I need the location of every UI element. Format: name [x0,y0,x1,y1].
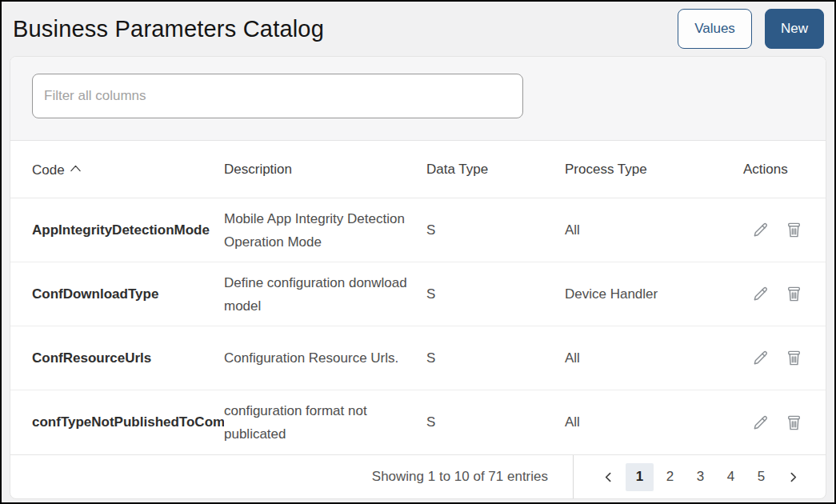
values-button[interactable]: Values [678,9,752,49]
column-header-actions: Actions [743,162,826,178]
cell-code: ConfDownloadType [10,286,224,302]
pagination-page-button[interactable]: 3 [686,463,714,491]
chevron-left-icon [602,474,615,486]
edit-button[interactable] [751,414,770,432]
cell-actions [743,221,826,239]
cell-description: Configuration Resource Urls. [224,346,426,370]
delete-trash-icon [785,358,803,370]
new-button[interactable]: New [765,9,824,49]
delete-button[interactable] [785,349,803,367]
cell-data-type: S [426,414,565,430]
filter-section [10,57,826,141]
cell-actions [743,349,826,367]
cell-description: Mobile App Integrity Detection Operation… [224,207,426,254]
column-header-code[interactable]: Code [10,161,224,178]
chevron-right-icon [786,474,800,486]
cell-process-type: All [565,414,743,430]
cell-process-type: All [565,350,743,366]
filter-input[interactable] [32,74,523,118]
cell-actions [743,285,826,303]
delete-button[interactable] [785,414,803,432]
table-row: ConfDownloadType Define configuration do… [10,262,826,326]
column-header-description[interactable]: Description [224,162,426,178]
delete-trash-icon [785,422,803,434]
showing-entries-text: Showing 1 to 10 of 71 entries [372,469,573,485]
delete-button[interactable] [785,285,803,303]
cell-code: AppIntegrityDetectionMode [10,222,224,238]
pagination-page-button[interactable]: 4 [717,463,745,491]
delete-trash-icon [785,230,803,242]
cell-code: confTypeNotPublishedToCom [10,414,224,430]
cell-data-type: S [426,286,565,302]
table-footer: Showing 1 to 10 of 71 entries 1 2 3 4 5 [10,454,826,498]
edit-pencil-icon [751,294,770,306]
edit-pencil-icon [751,422,770,434]
table-header-row: Code Description Data Type Process Type … [10,141,826,198]
edit-button[interactable] [751,221,770,239]
table-row: confTypeNotPublishedToCom configuration … [10,390,826,454]
pagination-page-button[interactable]: 2 [656,463,684,491]
pagination-page-button[interactable]: 5 [747,463,775,491]
column-header-process-type[interactable]: Process Type [565,162,743,178]
sort-asc-icon [70,161,82,177]
cell-process-type: All [565,222,743,238]
edit-button[interactable] [751,285,770,303]
cell-description: Define configuration donwload model [224,271,426,318]
table-row: AppIntegrityDetectionMode Mobile App Int… [10,198,826,262]
table-body: AppIntegrityDetectionMode Mobile App Int… [10,198,826,454]
cell-description: configuration format not publicated [224,399,426,446]
pagination-prev-button[interactable] [593,463,623,491]
page-title: Business Parameters Catalog [13,16,324,42]
edit-button[interactable] [751,349,770,367]
cell-code: ConfResourceUrls [10,350,224,366]
column-header-data-type[interactable]: Data Type [426,162,565,178]
page-header: Business Parameters Catalog Values New [2,2,834,56]
cell-actions [743,414,826,432]
pagination: 1 2 3 4 5 [574,463,826,491]
pagination-page-button[interactable]: 1 [626,463,654,491]
pagination-pages: 1 2 3 4 5 [626,463,775,491]
pagination-next-button[interactable] [778,463,808,491]
edit-pencil-icon [751,358,770,370]
delete-trash-icon [785,294,803,306]
table-row: ConfResourceUrls Configuration Resource … [10,326,826,390]
edit-pencil-icon [751,230,770,242]
catalog-card: Code Description Data Type Process Type … [10,56,826,499]
cell-process-type: Device Handler [565,286,743,302]
cell-data-type: S [426,222,565,238]
delete-button[interactable] [785,221,803,239]
cell-data-type: S [426,350,565,366]
